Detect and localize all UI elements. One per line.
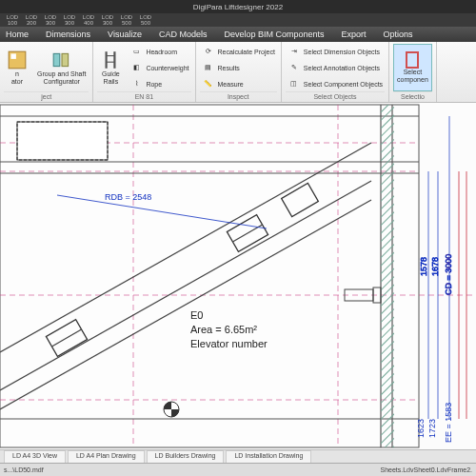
measure-button[interactable]: 📏Measure <box>200 76 277 91</box>
menu-options[interactable]: Options <box>384 30 413 39</box>
guide-rails-button[interactable]: Guide Rails <box>97 44 124 91</box>
target-marker[interactable] <box>164 402 179 417</box>
select-dim-icon: ⇥ <box>288 45 301 58</box>
tab-installation-drawing[interactable]: LD Installation Drawing <box>226 450 311 463</box>
select-component-button[interactable]: Select componen <box>393 44 432 91</box>
lod-item[interactable]: LOD200 <box>23 14 40 26</box>
ribbon: n ator Group and Shaft Configurator ject… <box>0 42 476 103</box>
menu-bim[interactable]: Develop BIM Components <box>224 30 324 39</box>
status-file: s...\LD50.mdf <box>4 466 44 473</box>
component-block[interactable] <box>17 122 108 160</box>
sheet-tabs: LD A4 3D View LD A4 Plan Drawing LD Buil… <box>0 449 476 463</box>
lod-item[interactable]: LOD300 <box>99 14 116 26</box>
tab-3d-view[interactable]: LD A4 3D View <box>4 450 66 463</box>
svg-text:CD = 3000: CD = 3000 <box>444 254 453 295</box>
lod-item[interactable]: LOD500 <box>118 14 135 26</box>
headroom-icon: ▭ <box>129 45 143 58</box>
ribbon-group-selection: Select componen Selectio <box>389 42 437 102</box>
lod-item[interactable]: LOD100 <box>4 14 21 26</box>
select-comp-icon: ◫ <box>288 77 301 90</box>
results-button[interactable]: ▤Results <box>200 60 277 75</box>
svg-text:1678: 1678 <box>430 257 440 276</box>
group-shaft-button[interactable]: Group and Shaft Configurator <box>34 44 89 91</box>
app-title: DigiPara Liftdesigner 2022 <box>193 3 283 11</box>
ribbon-group-inspect: ⟳Recalculate Project ▤Results 📏Measure I… <box>196 42 282 102</box>
svg-text:1723: 1723 <box>427 419 437 438</box>
svg-rect-3 <box>62 53 69 66</box>
svg-text:E0: E0 <box>190 309 203 321</box>
counterweight-button[interactable]: ◧Counterweight <box>128 60 190 75</box>
lod-item[interactable]: LOD300 <box>42 14 59 26</box>
svg-rect-1 <box>10 53 16 59</box>
tab-plan-drawing[interactable]: LD A4 Plan Drawing <box>68 450 145 463</box>
counterweight-icon: ◧ <box>129 61 143 74</box>
menu-visualize[interactable]: Visualize <box>108 30 142 39</box>
status-bar: s...\LD50.mdf Sheets.LdvSheet0.LdvFrame2… <box>0 463 476 476</box>
select-rect-icon <box>406 51 419 69</box>
rope-icon: ⌇ <box>129 77 143 90</box>
measure-icon: 📏 <box>202 77 215 90</box>
recalculate-icon: ⟳ <box>202 45 215 58</box>
lod-item[interactable]: LOD400 <box>80 14 97 26</box>
menu-dimensions[interactable]: Dimensions <box>46 30 90 39</box>
menu-home[interactable]: Home <box>6 30 29 39</box>
lod-item[interactable]: LOD300 <box>61 14 78 26</box>
ribbon-group-select-objects: ⇥Select Dimension Objects ✎Select Annota… <box>282 42 389 102</box>
select-component-obj-button[interactable]: ◫Select Component Objects <box>286 76 385 91</box>
drawing-canvas[interactable]: RDB = 2548 E0 Area = 6.65m² Elevator num… <box>0 103 476 449</box>
bottom-dimensions[interactable]: 1623 1723 EE = 1583 <box>416 403 453 443</box>
guide-rails-icon <box>100 50 121 70</box>
wall-hatch <box>381 105 394 447</box>
ribbon-group-project: n ator Group and Shaft Configurator ject <box>0 42 93 102</box>
recalculate-button[interactable]: ⟳Recalculate Project <box>200 44 277 59</box>
results-icon: ▤ <box>202 61 215 74</box>
lod-toolbar: LOD100 LOD200 LOD300 LOD300 LOD400 LOD30… <box>0 13 476 27</box>
menu-export[interactable]: Export <box>341 30 366 39</box>
menu-bar: Home Dimensions Visualize CAD Models Dev… <box>0 27 476 42</box>
navigator-button[interactable]: n ator <box>4 44 30 91</box>
svg-text:RDB = 2548: RDB = 2548 <box>105 192 151 202</box>
svg-text:Area = 6.65m²: Area = 6.65m² <box>190 324 257 335</box>
select-anno-icon: ✎ <box>288 61 301 74</box>
svg-text:EE = 1583: EE = 1583 <box>444 403 453 443</box>
menu-cad-models[interactable]: CAD Models <box>159 30 208 39</box>
title-bar: DigiPara Liftdesigner 2022 <box>0 0 476 13</box>
svg-text:Elevator number: Elevator number <box>190 338 268 349</box>
svg-rect-22 <box>17 122 108 160</box>
right-dimensions[interactable]: 1578 1678 CD = 3000 <box>419 116 466 419</box>
svg-text:1578: 1578 <box>419 257 428 276</box>
status-path: Sheets.LdvSheet0.LdvFrame2. <box>380 466 472 473</box>
lod-item[interactable]: LOD500 <box>137 14 154 26</box>
select-dimension-button[interactable]: ⇥Select Dimension Objects <box>286 44 385 59</box>
select-annotation-button[interactable]: ✎Select Annotation Objects <box>286 60 385 75</box>
headroom-button[interactable]: ▭Headroom <box>128 44 190 59</box>
configurator-icon <box>51 50 72 70</box>
svg-rect-2 <box>53 53 60 66</box>
svg-text:1623: 1623 <box>416 419 426 438</box>
ribbon-group-en81: Guide Rails ▭Headroom ◧Counterweight ⌇Ro… <box>93 42 195 102</box>
tab-builders-drawing[interactable]: LD Builders Drawing <box>147 450 225 463</box>
navigator-icon <box>7 50 28 70</box>
rope-button[interactable]: ⌇Rope <box>128 76 190 91</box>
